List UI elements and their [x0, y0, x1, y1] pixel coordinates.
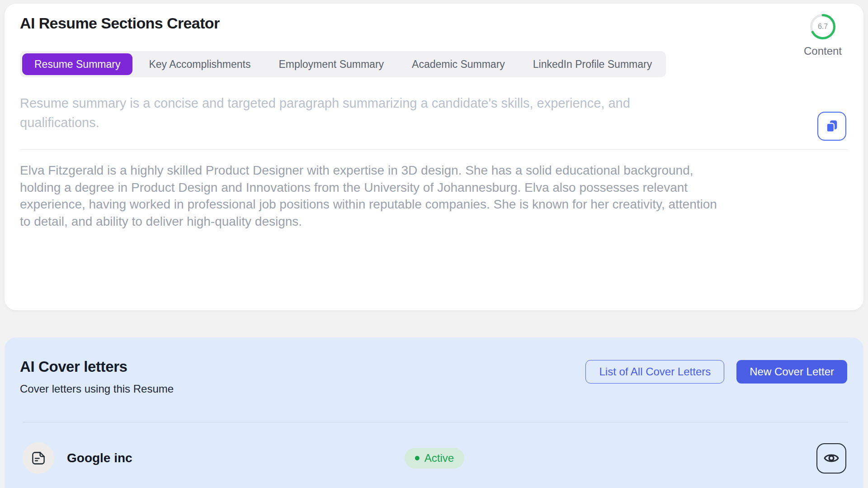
status-dot-icon	[415, 456, 420, 460]
tab-resume-summary[interactable]: Resume Summary	[22, 53, 132, 75]
tab-employment-summary[interactable]: Employment Summary	[264, 51, 398, 77]
cover-letter-row[interactable]: Google inc Active	[23, 434, 846, 482]
tab-academic-summary[interactable]: Academic Summary	[398, 51, 519, 77]
status-badge-label: Active	[425, 452, 454, 464]
status-badge: Active	[405, 448, 464, 469]
resume-sections-card: AI Resume Sections Creator 6.7 Content R…	[5, 4, 863, 310]
cover-letter-name: Google inc	[67, 451, 132, 465]
eye-icon	[823, 450, 840, 467]
document-icon	[29, 449, 47, 467]
list-all-cover-letters-button[interactable]: List of All Cover Letters	[585, 360, 724, 384]
copy-icon	[824, 118, 840, 134]
new-cover-letter-button[interactable]: New Cover Letter	[736, 360, 847, 384]
content-score-label: Content	[795, 45, 851, 57]
tab-linkedin-profile-summary[interactable]: LinkedIn Profile Summary	[519, 51, 666, 77]
cover-letters-actions: List of All Cover Letters New Cover Lett…	[585, 360, 847, 384]
page-title: AI Resume Sections Creator	[20, 14, 220, 32]
section-tabs: Resume Summary Key Accomplishments Emplo…	[20, 51, 666, 77]
content-score-gauge: 6.7 Content	[795, 14, 851, 57]
summary-divider	[20, 149, 848, 150]
copy-button[interactable]	[817, 112, 846, 141]
cover-letter-avatar	[23, 442, 54, 474]
content-score-value: 6.7	[795, 14, 851, 40]
cover-letters-title: AI Cover letters	[20, 358, 127, 375]
section-description: Resume summary is a concise and targeted…	[20, 94, 662, 133]
tab-key-accomplishments[interactable]: Key Accomplishments	[135, 51, 264, 77]
cover-letters-card: AI Cover letters Cover letters using thi…	[5, 337, 863, 488]
cover-letters-divider	[23, 422, 848, 422]
cover-letters-subtitle: Cover letters using this Resume	[20, 383, 174, 395]
view-cover-letter-button[interactable]	[816, 443, 846, 474]
generated-summary-text: Elva Fitzgerald is a highly skilled Prod…	[20, 162, 725, 230]
